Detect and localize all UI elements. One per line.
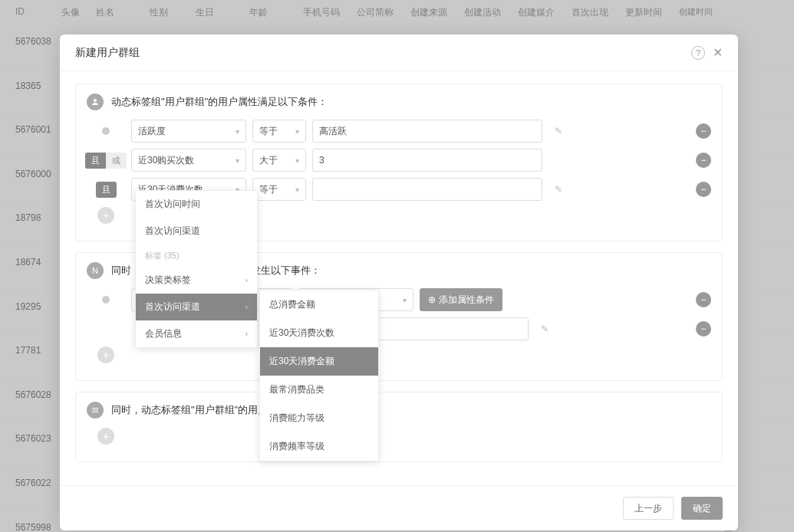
value-input-1[interactable] <box>312 120 542 143</box>
logic-or[interactable]: 或 <box>106 153 127 169</box>
modal-footer: 上一步 确定 <box>60 485 738 530</box>
dd-item-decision-tags[interactable]: 决策类标签› <box>136 267 257 294</box>
section3-title: 同时，动态标签组"用户群组"的用户 <box>111 403 268 417</box>
dd2-item-freq-level[interactable]: 消费频率等级 <box>260 432 378 461</box>
svg-point-0 <box>94 99 97 102</box>
dd-item-first-visit-time[interactable]: 首次访问时间 <box>136 191 257 218</box>
section-user-conditions: 同时，动态标签组"用户群组"的用户 + <box>75 392 723 462</box>
logic-dot <box>102 296 110 304</box>
remove-rule-icon[interactable]: − <box>696 182 711 197</box>
op-select-2[interactable]: 大于▾ <box>252 149 306 172</box>
dd2-item-30d-amount[interactable]: 近30天消费金额 <box>260 347 378 376</box>
modal-header: 新建用户群组 ? ✕ <box>60 34 738 71</box>
chevron-right-icon: › <box>245 303 248 311</box>
logic-toggle-2[interactable]: 且 <box>96 182 117 198</box>
attr-select-1[interactable]: 活跃度▾ <box>131 120 246 143</box>
chevron-down-icon: ▾ <box>295 186 299 194</box>
edit-icon[interactable]: ✎ <box>549 121 568 141</box>
edit-icon[interactable]: ✎ <box>549 179 568 199</box>
rule-row-2: 且 或 近30购买次数▾ 大于▾ − <box>87 149 711 172</box>
dd-group-tags: 标签 (35) <box>136 245 257 267</box>
dd-item-first-channel-selected[interactable]: 首次访问渠道› <box>136 294 257 320</box>
section-icon-events: N <box>87 262 104 279</box>
value-input-3[interactable] <box>312 178 542 201</box>
remove-rule-icon[interactable]: − <box>696 292 711 307</box>
add-user-rule-row: + <box>87 428 711 445</box>
add-rule-icon[interactable]: + <box>97 428 114 445</box>
add-attribute-condition-button[interactable]: ⊕添加属性条件 <box>420 288 502 311</box>
logic-and[interactable]: 且 <box>85 153 106 169</box>
chevron-down-icon: ▾ <box>236 127 239 136</box>
help-icon[interactable]: ? <box>691 46 705 60</box>
logic-dot <box>102 127 110 135</box>
add-event-row: + <box>87 346 711 363</box>
value-input-2[interactable] <box>312 149 542 172</box>
logic-toggle[interactable]: 且 或 <box>85 153 127 169</box>
op-select-1[interactable]: 等于▾ <box>252 120 306 143</box>
op-select-3[interactable]: 等于▾ <box>252 178 306 201</box>
logic-and[interactable]: 且 <box>96 182 117 198</box>
prev-step-button[interactable]: 上一步 <box>623 497 674 520</box>
confirm-button[interactable]: 确定 <box>681 497 723 520</box>
add-rule-icon[interactable]: + <box>97 346 114 363</box>
chevron-right-icon: › <box>245 330 248 338</box>
chevron-down-icon: ▾ <box>403 296 407 304</box>
edit-icon[interactable]: ✎ <box>535 319 555 339</box>
attribute-dropdown[interactable]: 首次访问时间 首次访问渠道 标签 (35) 决策类标签› 首次访问渠道› 会员信… <box>135 190 258 348</box>
dd-item-first-visit-channel[interactable]: 首次访问渠道 <box>136 218 257 245</box>
remove-rule-icon[interactable]: − <box>696 153 711 168</box>
remove-rule-icon[interactable]: − <box>696 321 711 337</box>
chevron-down-icon: ▾ <box>295 156 299 165</box>
close-icon[interactable]: ✕ <box>713 45 723 60</box>
dd-item-member-info[interactable]: 会员信息› <box>136 320 257 347</box>
add-rule-icon[interactable]: + <box>97 207 114 224</box>
chevron-down-icon: ▾ <box>295 127 299 136</box>
dd2-item-total-spend[interactable]: 总消费金额 <box>260 291 378 319</box>
sub-attribute-dropdown[interactable]: 总消费金额 近30天消费次数 近30天消费金额 最常消费品类 消费能力等级 消费… <box>259 290 379 461</box>
attr-select-2[interactable]: 近30购买次数▾ <box>131 149 246 172</box>
dd2-item-spend-level[interactable]: 消费能力等级 <box>260 404 378 432</box>
section-icon-list <box>87 402 104 419</box>
chevron-down-icon: ▾ <box>236 156 239 165</box>
section-icon-attributes <box>87 94 104 110</box>
section1-title: 动态标签组"用户群组"的用户属性满足以下条件： <box>111 95 328 109</box>
chevron-right-icon: › <box>245 276 248 284</box>
remove-rule-icon[interactable]: − <box>696 123 711 139</box>
dd2-item-top-category[interactable]: 最常消费品类 <box>260 376 378 404</box>
rule-row-1: 活跃度▾ 等于▾ ✎ − <box>87 120 711 143</box>
dd2-item-30d-count[interactable]: 近30天消费次数 <box>260 319 378 347</box>
rules-area-3: + <box>76 428 722 461</box>
modal-title: 新建用户群组 <box>75 46 140 60</box>
